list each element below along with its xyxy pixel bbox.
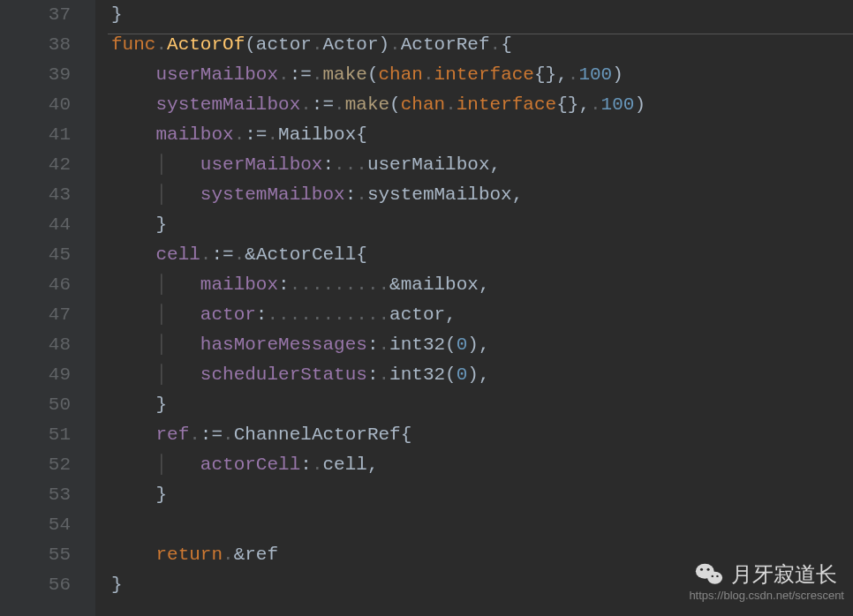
ws-dot: . (200, 244, 212, 265)
field-key: actor (200, 304, 256, 325)
svg-point-4 (712, 575, 713, 577)
brace: { (356, 244, 367, 265)
brace: } (111, 4, 123, 25)
code-line: │ mailbox:.........&mailbox, (111, 270, 853, 300)
line-number: 43 (0, 180, 95, 210)
line-number: 38 (0, 30, 95, 60)
field-key: hasMoreMessages (200, 334, 367, 355)
line-number: 52 (0, 450, 95, 480)
paren: ) (379, 34, 390, 55)
field-key: actorCell (200, 454, 300, 475)
number-literal: 100 (578, 64, 612, 85)
code-line: systemMailbox.:=.make(chan.interface{},.… (111, 90, 853, 120)
svg-point-5 (716, 575, 718, 577)
line-number: 42 (0, 150, 95, 180)
line-number: 45 (0, 240, 95, 270)
ws-dot: . (189, 424, 200, 445)
paren: ( (367, 64, 379, 85)
builtin-make: make (322, 64, 366, 85)
number-literal: 0 (457, 364, 468, 385)
var-name: cell (155, 244, 200, 265)
line-number: 47 (0, 300, 95, 330)
ws-dot: . (312, 454, 323, 475)
ws-dot: ......... (290, 274, 389, 295)
keyword-chan: chan (379, 64, 423, 85)
ws-dot: . (312, 34, 323, 55)
keyword-chan: chan (401, 94, 445, 115)
brace: { (401, 424, 412, 445)
comma: , (578, 94, 590, 115)
line-number: 50 (0, 390, 95, 420)
code-line (111, 510, 853, 540)
amp: & (245, 244, 256, 265)
line-number: 37 (0, 0, 95, 30)
code-editor: 37 38 39 40 41 42 43 44 45 46 47 48 49 5… (0, 0, 853, 616)
line-number: 53 (0, 480, 95, 510)
ws-dot: . (590, 94, 601, 115)
code-line: userMailbox.:=.make(chan.interface{},.10… (111, 60, 853, 90)
ws-dot: . (423, 64, 434, 85)
line-number-gutter: 37 38 39 40 41 42 43 44 45 46 47 48 49 5… (0, 0, 95, 616)
builtin-make: make (345, 94, 389, 115)
field-key: schedulerStatus (200, 364, 367, 385)
ws-dot: . (278, 64, 290, 85)
call-int32: int32 (389, 364, 445, 385)
code-line: } (111, 480, 853, 510)
svg-point-2 (700, 568, 703, 571)
line-number: 44 (0, 210, 95, 240)
paren: ) (612, 64, 623, 85)
field-key: userMailbox (200, 154, 323, 175)
ws-dot: . (445, 94, 457, 115)
paren: ) (634, 94, 645, 115)
watermark-url: https://blog.csdn.net/screscent (689, 581, 844, 611)
brace: { (501, 34, 512, 55)
brace: { (356, 124, 367, 145)
ws-dot: . (334, 94, 345, 115)
line-number: 40 (0, 90, 95, 120)
code-line: │ actorCell:.cell, (111, 450, 853, 480)
code-line: ref.:=.ChannelActorRef{ (111, 420, 853, 450)
field-key: mailbox (200, 274, 278, 295)
ws-dot: . (389, 34, 401, 55)
ws-dot: . (356, 184, 367, 205)
code-line: │ userMailbox:...userMailbox, (111, 150, 853, 180)
keyword-func: func (111, 34, 155, 55)
code-line: mailbox.:=.Mailbox{ (111, 120, 853, 150)
code-line: │ actor:...........actor, (111, 300, 853, 330)
code-line: } (111, 390, 853, 420)
code-line: } (111, 0, 853, 30)
param-type: Actor (322, 34, 378, 55)
field-val: cell (322, 454, 366, 475)
code-line: │ schedulerStatus:.int32(0), (111, 360, 853, 390)
type-name: ChannelActorRef (234, 424, 401, 445)
svg-point-3 (707, 568, 710, 571)
paren: ( (389, 94, 401, 115)
ws-dot: . (223, 424, 234, 445)
ws-dot: . (223, 545, 234, 565)
func-name: ActorOf (167, 34, 245, 55)
param-name: actor (256, 34, 312, 55)
line-number: 55 (0, 540, 95, 570)
ws-dot: . (234, 244, 245, 265)
comma: , (556, 64, 568, 85)
keyword-interface: interface (457, 94, 556, 115)
assign: := (211, 244, 233, 265)
line-number: 41 (0, 120, 95, 150)
code-content[interactable]: } func.ActorOf(actor.Actor).ActorRef.{ u… (95, 0, 853, 616)
line-number: 56 (0, 570, 95, 600)
code-line: func.ActorOf(actor.Actor).ActorRef.{ (111, 30, 853, 60)
ws-dot: . (267, 124, 278, 145)
line-number: 46 (0, 270, 95, 300)
assign: := (200, 424, 223, 445)
assign: := (312, 94, 334, 115)
braces: {} (534, 64, 556, 85)
type-name: Mailbox (278, 124, 356, 145)
var-name: mailbox (155, 124, 233, 145)
ws-dot: . (378, 334, 389, 355)
keyword-return: return (155, 545, 223, 565)
var-name: userMailbox (155, 64, 278, 85)
code-line: cell.:=.&ActorCell{ (111, 240, 853, 270)
ws-dot: . (378, 364, 389, 385)
line-number: 49 (0, 360, 95, 390)
ws-dot: . (234, 124, 245, 145)
